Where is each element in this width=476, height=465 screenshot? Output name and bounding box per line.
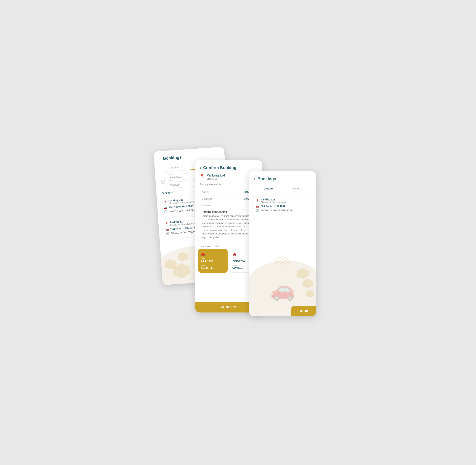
front-car-icon: 🚗 — [256, 205, 259, 208]
front-card-header: ‹ Bookings — [249, 171, 316, 181]
departure-label: Departure: — [202, 197, 213, 200]
front-booking-time-row: 🕐 28/02/21 15:30 - 28/02/21 17:30 — [256, 209, 310, 212]
scene: ‹ Bookings Active History 🕐 Parkings (2)… — [158, 149, 318, 316]
book-button[interactable]: BOOK — [291, 306, 316, 316]
front-booking-name-row: 📍 Parking Lot Efesou 28, Neos Kosmos — [256, 198, 310, 204]
back-card-header: ‹ Bookings — [153, 147, 225, 161]
tab-history-front[interactable]: History — [283, 185, 311, 192]
instructions-text: Lorem ipsum dolor sit amet, consectetur … — [202, 214, 256, 239]
front-booking-card-1[interactable]: 📍 Parking Lot Efesou 28, Neos Kosmos 🚗 F… — [253, 195, 313, 216]
front-location-icon: 📍 — [256, 199, 259, 202]
vehicle-plate-1: AAA-1233 — [201, 260, 225, 263]
parking-lot-address: Efesou 28 — [207, 177, 225, 180]
instructions-title: Parking Instructions — [202, 210, 256, 213]
vehicle-model-label-1: Model — [201, 264, 225, 266]
front-booking-plate: Fiat Punto, HHK 1234 — [261, 205, 285, 208]
duration-label: Duration: — [202, 204, 212, 207]
vehicle-model-1: Fiat Punto — [201, 267, 225, 270]
signal-arcs — [275, 257, 290, 272]
front-card-title: Bookings — [257, 177, 276, 181]
front-booking-time: 28/02/21 15:30 - 28/02/21 17:30 — [261, 209, 292, 212]
car-icon-2: 🚗 — [165, 227, 169, 231]
mid-card-header: ‹ Confirm Booking — [195, 160, 262, 170]
duration-row: Duration: 2 ho — [202, 203, 256, 208]
info-divider-1 — [202, 195, 256, 195]
deco-car-icon: 🚗 — [270, 279, 296, 299]
arrival-label: Arrival: — [202, 190, 209, 193]
booking-plate-1: Fiat Punto, HHK 1234 — [169, 204, 193, 209]
front-deco-bg: 🚗 — [249, 246, 316, 316]
front-clock-icon: 🕐 — [256, 209, 259, 212]
back-card-title: Bookings — [163, 155, 182, 161]
arrival-row: Arrival: 14/4, 12:00 — [202, 190, 256, 194]
front-card-tabs: Active History — [254, 185, 311, 192]
vehicle-plate-label-1: Plate — [201, 257, 225, 259]
info-divider-2 — [202, 202, 256, 202]
front-bookings-list: 📍 Parking Lot Efesou 28, Neos Kosmos 🚗 F… — [249, 195, 316, 216]
back-arrow-icon[interactable]: ‹ — [159, 157, 160, 161]
departure-row: Departure: 14/4, 14:00 — [202, 196, 256, 201]
booking-plate-2: Fiat Punto, HHK 1234 — [170, 226, 195, 230]
vehicle-card-1[interactable]: 🚗 Plate AAA-1233 Model Fiat Punto — [198, 249, 228, 273]
front-booking-name: Parking Lot — [261, 198, 286, 201]
parking-lot-name: Parking Lot — [207, 173, 225, 177]
tab-active-front[interactable]: Active — [254, 185, 283, 192]
front-booking-address: Efesou 28, Neos Kosmos — [261, 201, 286, 204]
confirm-booking-title: Confirm Booking — [203, 165, 236, 170]
history-filter-icon: 🕐 — [161, 180, 166, 184]
back-arrow-front-icon[interactable]: ‹ — [254, 177, 255, 181]
card-bookings-active: ‹ Bookings Active History 📍 Parking Lot … — [249, 171, 316, 316]
pin-icon: 📍 — [200, 174, 205, 179]
vehicle-car-icon-1: 🚗 — [201, 252, 225, 256]
info-divider-3 — [202, 209, 256, 209]
location-icon-2: 📍 — [165, 222, 169, 225]
back-arrow-mid-icon[interactable]: ‹ — [200, 166, 201, 170]
location-icon-1: 📍 — [164, 200, 167, 204]
car-icon-1: 🚗 — [164, 206, 167, 209]
front-booking-plate-row: 🚗 Fiat Punto, HHK 1234 — [256, 205, 310, 208]
clock-icon-1: 🕐 — [164, 210, 168, 213]
